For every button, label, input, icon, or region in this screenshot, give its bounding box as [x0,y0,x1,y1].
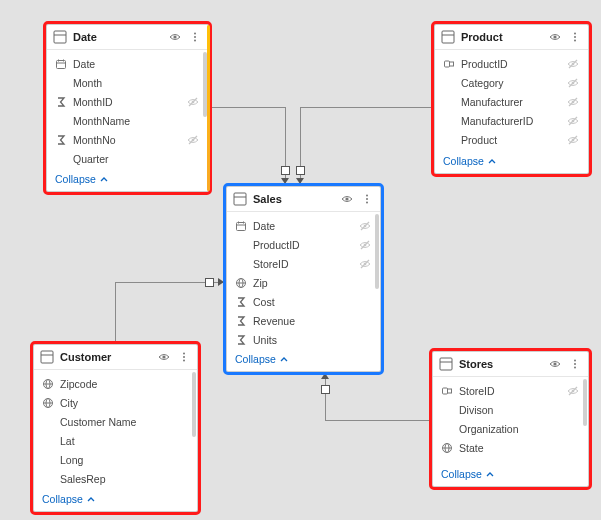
calendar-icon [235,220,247,232]
field-row[interactable]: Revenue [227,311,380,330]
field-row[interactable]: MonthID [47,92,208,111]
hidden-icon[interactable] [358,258,372,270]
hidden-icon[interactable] [358,220,372,232]
field-row[interactable]: StoreID [227,254,380,273]
table-header[interactable]: Customer [34,345,197,370]
sigma-icon [55,134,67,146]
field-name: Long [60,454,189,466]
scrollbar[interactable] [583,379,587,426]
key-icon [443,58,455,70]
field-row[interactable]: Manufacturer [435,92,588,111]
table-fields: Date Month MonthID MonthName MonthNo Qua… [47,50,208,168]
model-canvas[interactable]: Date Date Month MonthID MonthName MonthN… [0,0,601,520]
field-row[interactable]: Category [435,73,588,92]
table-title: Date [73,31,162,43]
visibility-icon[interactable] [548,30,562,44]
field-name: Date [73,58,200,70]
table-title: Stores [459,358,542,370]
more-options-icon[interactable] [568,357,582,371]
table-icon [441,30,455,44]
field-row[interactable]: Divison [433,400,588,419]
table-sales[interactable]: Sales Date ProductID StoreID Zip Cost Re… [226,186,381,372]
field-row[interactable]: Product [435,130,588,149]
field-row[interactable]: ManufacturerID [435,111,588,130]
key-icon [441,385,453,397]
connector-dot [321,385,330,394]
field-name: Customer Name [60,416,189,428]
field-name: ProductID [461,58,560,70]
field-name: Zip [253,277,372,289]
collapse-link[interactable]: Collapse [42,493,96,505]
table-product[interactable]: Product ProductID Category Manufacturer … [434,24,589,174]
hidden-icon[interactable] [566,385,580,397]
chevron-up-icon [487,156,497,166]
field-row[interactable]: Organization [433,419,588,438]
sigma-icon [235,315,247,327]
table-header[interactable]: Product [435,25,588,50]
collapse-link[interactable]: Collapse [443,155,497,167]
field-row[interactable]: State [433,438,588,457]
field-row[interactable]: Customer Name [34,412,197,431]
field-name: Organization [459,423,580,435]
hidden-icon[interactable] [358,239,372,251]
field-name: Zipcode [60,378,189,390]
field-row[interactable]: Zipcode [34,374,197,393]
field-row[interactable]: SalesRep [34,469,197,488]
field-row[interactable]: ProductID [435,54,588,73]
field-name: MonthNo [73,134,180,146]
field-row[interactable]: Cost [227,292,380,311]
field-row[interactable]: Lat [34,431,197,450]
table-stores[interactable]: Stores StoreID Divison Organization Stat… [432,351,589,487]
hidden-icon[interactable] [566,77,580,89]
field-row[interactable]: ProductID [227,235,380,254]
hidden-icon[interactable] [566,96,580,108]
field-row[interactable]: Month [47,73,208,92]
field-row[interactable]: Long [34,450,197,469]
field-row[interactable]: Quarter [47,149,208,168]
visibility-icon[interactable] [548,357,562,371]
more-options-icon[interactable] [188,30,202,44]
table-icon [53,30,67,44]
field-row[interactable]: MonthNo [47,130,208,149]
chevron-up-icon [279,354,289,364]
table-date[interactable]: Date Date Month MonthID MonthName MonthN… [46,24,209,192]
hidden-icon[interactable] [566,115,580,127]
field-row[interactable]: StoreID [433,381,588,400]
hidden-icon[interactable] [186,134,200,146]
field-row[interactable]: Date [227,216,380,235]
visibility-icon[interactable] [168,30,182,44]
collapse-link[interactable]: Collapse [55,173,109,185]
table-header[interactable]: Sales [227,187,380,212]
table-header[interactable]: Date [47,25,208,50]
more-options-icon[interactable] [360,192,374,206]
collapse-label: Collapse [441,468,482,480]
hidden-icon[interactable] [566,134,580,146]
table-header[interactable]: Stores [433,352,588,377]
collapse-link[interactable]: Collapse [235,353,289,365]
more-options-icon[interactable] [177,350,191,364]
field-name: Product [461,134,560,146]
table-footer: Collapse [47,168,208,191]
scrollbar[interactable] [375,214,379,289]
scrollbar[interactable] [192,372,196,437]
connector-customer-sales [115,282,116,344]
more-options-icon[interactable] [568,30,582,44]
field-row[interactable]: Units [227,330,380,348]
field-row[interactable]: City [34,393,197,412]
collapse-label: Collapse [42,493,83,505]
visibility-icon[interactable] [157,350,171,364]
scrollbar[interactable] [203,52,207,117]
collapse-label: Collapse [55,173,96,185]
visibility-icon[interactable] [340,192,354,206]
hidden-icon[interactable] [186,96,200,108]
table-fields: Date ProductID StoreID Zip Cost Revenue … [227,212,380,348]
table-customer[interactable]: Customer Zipcode City Customer Name Lat … [33,344,198,512]
chevron-up-icon [86,494,96,504]
hidden-icon[interactable] [566,58,580,70]
field-name: StoreID [459,385,560,397]
table-icon [233,192,247,206]
collapse-link[interactable]: Collapse [441,468,495,480]
field-row[interactable]: MonthName [47,111,208,130]
field-row[interactable]: Zip [227,273,380,292]
field-row[interactable]: Date [47,54,208,73]
